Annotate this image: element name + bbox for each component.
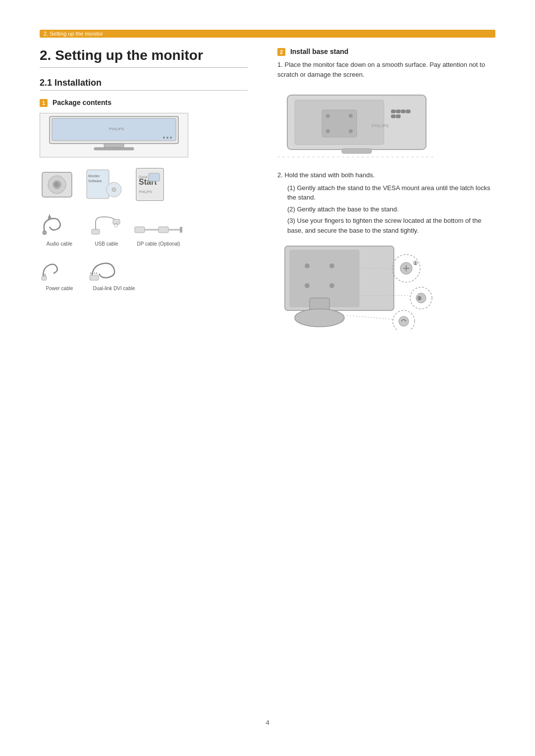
svg-rect-51 <box>396 110 400 113</box>
dp-cable-label: DP cable (Optional) <box>137 241 180 247</box>
monitor-illustration: PHILIPS <box>40 113 188 157</box>
svg-point-4 <box>170 137 172 139</box>
svg-rect-35 <box>42 276 47 280</box>
svg-rect-53 <box>406 110 410 113</box>
dvi-cable-item: Dual-link DVI cable <box>89 256 139 291</box>
usb-cable-label: USB cable <box>95 241 118 247</box>
svg-rect-34 <box>180 227 182 233</box>
step2-sub1: (1) Gently attach the stand to the VESA … <box>287 183 495 202</box>
breadcrumb: 2. Setting up the monitor <box>40 30 495 38</box>
svg-point-47 <box>349 114 353 118</box>
dp-cable-item: DP cable (Optional) <box>134 212 183 247</box>
left-column: 2. Setting up the monitor 2.1 Installati… <box>40 48 248 340</box>
svg-point-62 <box>329 263 334 268</box>
svg-text:⬡: ⬡ <box>114 222 118 228</box>
svg-point-23 <box>43 231 47 235</box>
step1-title: 1 Package contents <box>40 99 248 107</box>
svg-point-63 <box>305 283 310 288</box>
svg-text:②: ② <box>417 296 422 301</box>
svg-point-64 <box>329 283 334 288</box>
power-cable-label: Power cable <box>46 286 73 291</box>
audio-cable-item: Audio cable <box>40 212 79 247</box>
usb-cable-item: ⬡ USB cable <box>89 212 124 247</box>
svg-rect-32 <box>159 227 168 233</box>
svg-text:Software: Software <box>88 179 102 183</box>
dvi-cable-label: Dual-link DVI cable <box>93 286 135 291</box>
svg-rect-26 <box>92 229 100 234</box>
cd-item: Monitor Software <box>84 167 124 202</box>
step1-badge: 1 <box>40 99 48 107</box>
right-column: 2 Install base stand 1. Place the monito… <box>277 48 495 340</box>
svg-rect-30 <box>135 227 145 233</box>
svg-rect-55 <box>396 115 400 118</box>
svg-rect-38 <box>90 275 99 280</box>
step2-badge: 2 <box>277 48 285 56</box>
svg-text:PHILIPS: PHILIPS <box>139 190 152 194</box>
page-number: 4 <box>40 699 495 726</box>
svg-point-16 <box>112 188 116 192</box>
svg-point-61 <box>305 263 310 268</box>
svg-text:PHILIPS: PHILIPS <box>372 123 389 128</box>
svg-rect-57 <box>342 149 372 153</box>
svg-rect-3 <box>94 148 134 150</box>
svg-text:PHILIPS: PHILIPS <box>109 127 124 131</box>
step2-sub3: (3) Use your fingers to tighten the scre… <box>287 216 495 235</box>
svg-point-6 <box>163 137 165 139</box>
svg-text:⚙: ⚙ <box>54 181 59 188</box>
stand-attach-illustration: ① ② ③ <box>277 241 495 330</box>
step2-instruction1: 1. Place the monitor face down on a smoo… <box>277 60 495 79</box>
audio-cable-label: Audio cable <box>47 241 72 247</box>
package-contents: PHILIPS ⚙ <box>40 113 248 291</box>
cables-row2: Power cable Dual-li <box>40 256 248 291</box>
svg-point-77 <box>399 316 409 326</box>
step2-section: 2 Install base stand 1. Place the monito… <box>277 48 495 330</box>
svg-rect-22 <box>149 173 160 181</box>
cables-row1: Audio cable ⬡ USB cable <box>40 212 248 247</box>
svg-text:①: ① <box>413 260 418 266</box>
monitor-facedown-illustration: PHILIPS <box>277 85 495 164</box>
svg-rect-52 <box>401 110 405 113</box>
svg-rect-45 <box>322 110 357 137</box>
svg-point-66 <box>295 309 344 327</box>
svg-text:Monitor: Monitor <box>88 174 100 178</box>
quickstart-item: Quick Start PHILIPS <box>134 167 173 202</box>
svg-rect-2 <box>104 144 124 148</box>
svg-point-48 <box>326 129 330 133</box>
svg-rect-50 <box>391 110 395 113</box>
disc-item: ⚙ <box>40 167 74 202</box>
svg-rect-54 <box>391 115 395 118</box>
accessories-row: ⚙ Monitor Software <box>40 167 248 202</box>
subsection-heading: 2.1 Installation <box>40 78 248 91</box>
step2-sub2: (2) Gently attach the base to the stand. <box>287 204 495 214</box>
svg-point-46 <box>326 114 330 118</box>
section-heading: 2. Setting up the monitor <box>40 48 248 68</box>
step2-instruction2: 2. Hold the stand with both hands. <box>277 170 495 180</box>
power-cable-item: Power cable <box>40 256 79 291</box>
step2-title: 2 Install base stand <box>277 48 495 56</box>
svg-point-49 <box>349 129 353 133</box>
svg-line-80 <box>347 315 393 319</box>
svg-point-5 <box>166 137 168 139</box>
